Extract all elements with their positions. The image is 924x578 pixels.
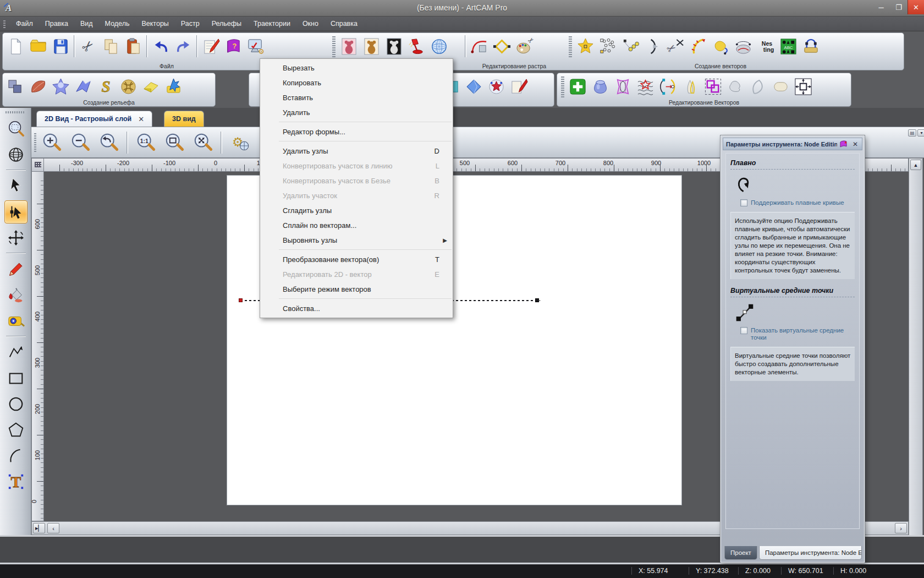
text-grid-button[interactable]: ABC [777, 34, 800, 59]
menu-4[interactable]: Модель [99, 18, 136, 30]
extrude-button[interactable] [72, 74, 95, 99]
jar-button[interactable] [589, 74, 612, 99]
text-tool-button[interactable]: T [4, 470, 28, 493]
maintain-smooth-checkbox[interactable] [740, 199, 747, 206]
texture-star-button[interactable] [162, 74, 185, 99]
node-chain-button[interactable] [619, 34, 642, 59]
add-vectors-button[interactable] [566, 74, 589, 99]
context-menu-item[interactable]: Вырезать [260, 61, 453, 75]
tab-2d-view[interactable]: 2D Вид - Растровый слой ✕ [36, 111, 152, 127]
flood-fill-tool-button[interactable] [4, 283, 28, 307]
open-file-button[interactable] [27, 34, 50, 59]
dots-array-button[interactable] [597, 34, 619, 59]
scroll-up-button[interactable]: ▲ [910, 160, 921, 170]
relief-3d-view-button[interactable] [360, 34, 383, 59]
new-document-button[interactable] [4, 34, 27, 59]
tool-settings-tab[interactable]: Параметры инструмента: Node E... [759, 546, 862, 560]
zoom-rect-button[interactable] [162, 130, 187, 155]
minimize-button[interactable]: ─ [872, 0, 890, 14]
zoom-in-button[interactable] [39, 130, 64, 155]
redo-button[interactable] [172, 34, 195, 59]
drag-handle[interactable] [332, 35, 336, 57]
menu-8[interactable]: Траектории [248, 18, 296, 30]
save-button[interactable] [50, 34, 72, 59]
context-menu-item[interactable]: Удалить узлыD [260, 144, 453, 159]
menu-10[interactable]: Справка [324, 18, 364, 30]
panel-header[interactable]: Параметры инструмента: Node Editing ✕ [723, 138, 862, 150]
vector-start-node[interactable] [239, 298, 243, 302]
node-edit-tool-button[interactable] [4, 200, 28, 223]
layers-mini-button[interactable]: ▤ [908, 129, 916, 137]
petal-button[interactable] [27, 74, 50, 99]
blob-gray-button[interactable] [724, 74, 747, 99]
context-menu-item[interactable]: Сгладить узлы [260, 203, 453, 218]
shape-editor-button[interactable] [200, 34, 222, 59]
panel-close-icon[interactable]: ✕ [851, 140, 859, 148]
fit-curve-button[interactable] [687, 34, 710, 59]
transform-tool-button[interactable] [4, 226, 28, 249]
context-menu-item[interactable]: Выберите режим векторов [260, 282, 453, 297]
offset-blob-button[interactable] [710, 34, 732, 59]
context-menu-item[interactable]: Свойства... [260, 301, 453, 316]
scroll-right-button[interactable]: › [895, 523, 907, 533]
trim-vectors-button[interactable]: ✂ [664, 34, 687, 59]
nesting-button[interactable]: Nesting [755, 34, 777, 59]
fit-vectors-to-raster-button[interactable] [491, 34, 513, 59]
star-nodes-button[interactable] [574, 34, 597, 59]
wrap-relief-button[interactable] [732, 34, 755, 59]
star-relief-button[interactable] [50, 74, 72, 99]
bitmap-2d-view-button[interactable] [338, 34, 360, 59]
view-3d-tool-button[interactable] [4, 143, 28, 166]
context-menu-item[interactable]: Удалить [260, 105, 453, 120]
context-menu-item[interactable]: Выровнять узлы▶ [260, 233, 453, 248]
project-tab[interactable]: Проект [724, 546, 757, 560]
star-ball-button[interactable] [485, 74, 508, 99]
menu-5[interactable]: Векторы [135, 18, 174, 30]
zoom-fit-button[interactable] [190, 130, 216, 155]
show-midpoints-checkbox[interactable] [740, 327, 747, 334]
context-menu-item[interactable]: Вставить [260, 90, 453, 105]
arc-tool-button[interactable] [4, 444, 28, 467]
circle-tool-button[interactable] [4, 392, 28, 416]
ruler-corner[interactable] [31, 158, 44, 172]
context-menu-item[interactable]: Преобразование вектора(ов)T [260, 252, 453, 267]
squares2-button[interactable] [4, 74, 27, 99]
vector-end-node[interactable] [535, 298, 539, 302]
curve-gray-button[interactable] [747, 74, 769, 99]
raster-palette-button[interactable]: ✂ [513, 34, 536, 59]
context-menu-item[interactable]: Редактор формы... [260, 124, 453, 139]
slot-gray-button[interactable] [769, 74, 792, 99]
greyscale-view-button[interactable] [383, 34, 405, 59]
letter-s-button[interactable]: S [95, 74, 117, 99]
polyline-tool-button[interactable] [4, 341, 28, 364]
restore-button[interactable]: ❐ [890, 0, 908, 14]
pane-split-button[interactable]: ▸▏ [33, 523, 45, 533]
collapse-mini-button[interactable]: ▾ [917, 129, 924, 137]
measure-clamp-button[interactable] [800, 34, 822, 59]
polygon-tool-button[interactable] [4, 418, 28, 441]
envelope-button[interactable] [612, 74, 634, 99]
measure-tool-button[interactable] [4, 309, 28, 332]
sketch-button[interactable] [508, 74, 530, 99]
cut-button[interactable]: ✂ [77, 34, 100, 59]
arc-create-button[interactable] [642, 34, 664, 59]
zoom-out-button[interactable] [68, 130, 93, 155]
draw-tool-button[interactable] [4, 258, 28, 281]
scroll-left-button[interactable]: ‹ [47, 523, 59, 533]
vector-to-raster-button[interactable] [468, 34, 491, 59]
view-options-button[interactable]: ⚙ [227, 130, 252, 155]
undo-button[interactable] [150, 34, 172, 59]
menu-6[interactable]: Растр [175, 18, 206, 30]
diamond-tool-button[interactable] [463, 74, 485, 99]
help-book-icon[interactable] [840, 140, 849, 148]
zoom-previous-button[interactable] [96, 130, 122, 155]
context-menu-item[interactable]: Сплайн по векторам... [260, 218, 453, 233]
drag-handle[interactable] [561, 75, 564, 97]
drag-handle[interactable] [569, 35, 572, 57]
group-vectors-button[interactable] [702, 74, 724, 99]
preferences-button[interactable]: ⚙ [245, 34, 267, 59]
wedge-button[interactable] [140, 74, 162, 99]
help-book-button[interactable]: ? [222, 34, 245, 59]
tab-3d-view[interactable]: 3D вид [164, 111, 204, 127]
tab-close-icon[interactable]: ✕ [138, 115, 144, 123]
